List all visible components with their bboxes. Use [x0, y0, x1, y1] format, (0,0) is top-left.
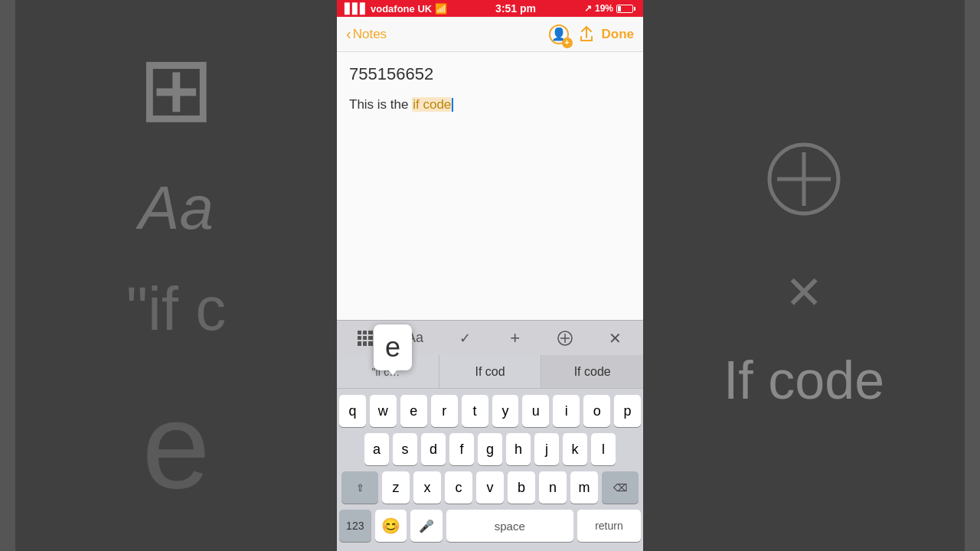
key-v[interactable]: v [476, 471, 504, 504]
share-button[interactable] [579, 26, 594, 43]
key-d[interactable]: d [421, 433, 446, 465]
nav-actions: 👤 + Done [547, 22, 635, 47]
collab-button[interactable]: 👤 + [547, 22, 571, 47]
grid-icon [358, 331, 373, 346]
left-quote-text: "if c [126, 274, 227, 344]
key-b[interactable]: b [508, 471, 535, 504]
left-aa-text: Aa [139, 173, 214, 243]
back-button[interactable]: ‹ Notes [346, 25, 387, 43]
right-x-icon: ✕ [785, 266, 823, 319]
add-collab-icon: + [562, 37, 573, 48]
note-content: 755156652 This is the if code [337, 52, 643, 320]
autocorrect-ifcode-label: If code [574, 365, 611, 379]
autocorrect-bar: e "if c…" If cod If code [337, 355, 643, 389]
return-key[interactable]: return [577, 510, 641, 542]
autocorrect-ifcode[interactable]: If code [541, 355, 643, 388]
key-z[interactable]: z [382, 471, 410, 504]
key-h[interactable]: h [506, 433, 531, 465]
key-g[interactable]: g [478, 433, 502, 465]
key-e[interactable]: e [400, 395, 427, 427]
space-key[interactable]: space [446, 510, 573, 542]
sketch-button[interactable] [550, 325, 580, 351]
key-p[interactable]: p [614, 395, 641, 427]
numbers-key[interactable]: 123 [339, 510, 371, 542]
key-y[interactable]: y [492, 395, 519, 427]
keyboard-row-3: ⇧ z x c v b n m ⌫ [339, 471, 641, 504]
note-text-highlighted: if code [412, 97, 452, 112]
status-left: ▋▋▋ vodafone UK 📶 [345, 3, 447, 15]
keyboard-row-2: a s d f g h j k l [339, 433, 641, 465]
right-ifcode-text: If code [724, 350, 884, 411]
mic-key[interactable]: 🎤 [410, 510, 443, 542]
right-pen-icon [766, 141, 842, 235]
popup-key-letter: e [385, 331, 400, 364]
checklist-button[interactable]: ✓ [449, 325, 480, 351]
key-x[interactable]: x [413, 471, 441, 504]
left-panel: ⊞ Aa "if c e [15, 0, 337, 551]
shift-key[interactable]: ⇧ [341, 471, 378, 504]
note-text-before: This is the [349, 97, 412, 112]
key-q[interactable]: q [339, 395, 366, 427]
back-label: Notes [353, 27, 387, 42]
right-panel: ✕ If code [643, 0, 965, 551]
delete-key[interactable]: ⌫ [602, 471, 639, 504]
note-text[interactable]: This is the if code [349, 95, 631, 115]
key-r[interactable]: r [431, 395, 458, 427]
key-u[interactable]: u [522, 395, 549, 427]
battery-percent: 19% [595, 3, 613, 14]
close-toolbar-button[interactable]: ✕ [599, 325, 630, 351]
key-l[interactable]: l [591, 433, 616, 465]
key-w[interactable]: w [370, 395, 397, 427]
keyboard-row-4: 123 😊 🎤 space return [339, 510, 641, 542]
insert-button[interactable]: + [500, 325, 531, 351]
text-cursor [452, 98, 453, 112]
keyboard: q w e r t y u i o p a s d f g h j k l ⇧ [337, 389, 643, 551]
status-bar: ▋▋▋ vodafone UK 📶 3:51 pm ↗ 19% [337, 0, 643, 17]
autocorrect-ifcod-label: If cod [475, 365, 505, 379]
key-i[interactable]: i [553, 395, 580, 427]
done-button[interactable]: Done [602, 27, 635, 42]
key-m[interactable]: m [570, 471, 598, 504]
left-grid-icon: ⊞ [138, 36, 215, 142]
emoji-key[interactable]: 😊 [375, 510, 407, 542]
key-k[interactable]: k [563, 433, 587, 465]
keyboard-row-1: q w e r t y u i o p [339, 395, 641, 427]
note-number: 755156652 [349, 64, 631, 84]
key-j[interactable]: j [534, 433, 559, 465]
left-e-text: e [142, 375, 211, 516]
battery-icon [616, 5, 635, 13]
status-time: 3:51 pm [495, 2, 536, 15]
phone-frame: ▋▋▋ vodafone UK 📶 3:51 pm ↗ 19% ‹ Notes … [337, 0, 643, 551]
status-right: ↗ 19% [584, 3, 635, 14]
key-s[interactable]: s [393, 433, 417, 465]
signal-bars: ▋▋▋ [345, 3, 368, 15]
carrier-name: vodafone UK [371, 3, 432, 15]
nav-bar: ‹ Notes 👤 + Done [337, 17, 643, 52]
autocorrect-ifcod[interactable]: If cod [439, 355, 542, 388]
key-c[interactable]: c [445, 471, 472, 504]
key-f[interactable]: f [449, 433, 474, 465]
key-popup: e [374, 324, 412, 370]
wifi-icon: 📶 [435, 3, 447, 15]
key-t[interactable]: t [462, 395, 488, 427]
key-o[interactable]: o [583, 395, 610, 427]
key-a[interactable]: a [364, 433, 389, 465]
location-icon: ↗ [584, 3, 592, 14]
chevron-left-icon: ‹ [346, 25, 351, 43]
key-n[interactable]: n [539, 471, 567, 504]
